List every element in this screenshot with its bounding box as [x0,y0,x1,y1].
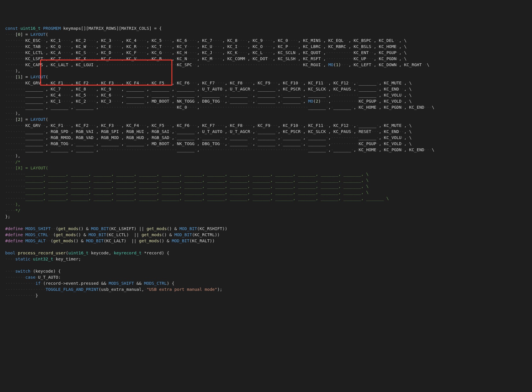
code-editor-content: const·uint16_t·PROGMEM·keymaps[][MATRIX_… [5,25,532,299]
